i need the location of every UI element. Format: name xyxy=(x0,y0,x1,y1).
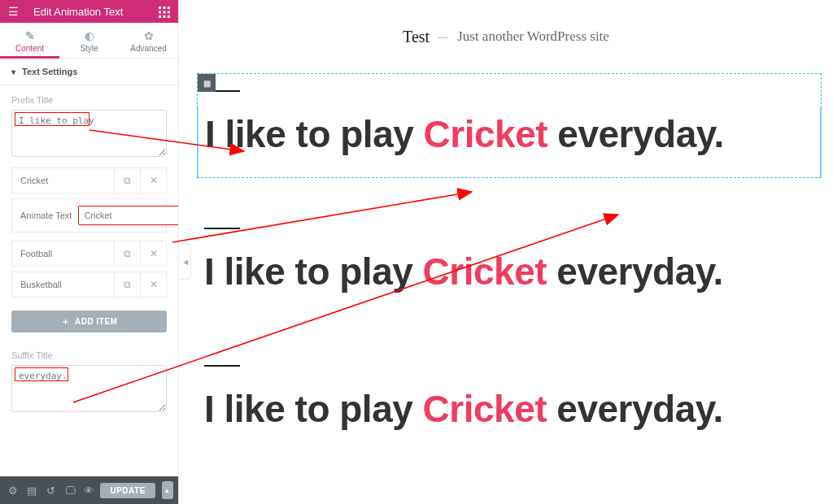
repeater-item-label: Busketball xyxy=(12,280,114,289)
add-item-button[interactable]: ＋ ADD ITEM xyxy=(11,311,167,332)
animate-text-repeater: Cricket ⧉ ✕ Animate Text Football ⧉ ✕ Bu… xyxy=(0,161,178,332)
close-icon[interactable]: ✕ xyxy=(140,272,166,298)
suffix-text: everyday. xyxy=(547,250,723,293)
preview-icon[interactable]: 👁 xyxy=(81,484,97,497)
tab-content-label: Content xyxy=(15,44,44,53)
update-button[interactable]: UPDATE xyxy=(100,483,155,498)
section-title: Text Settings xyxy=(22,67,77,76)
separator: — xyxy=(438,31,449,43)
repeater-item-open: Animate Text xyxy=(11,198,167,232)
panel-header: ☰ Edit Animation Text xyxy=(0,0,178,23)
prefix-label: Prefix Title xyxy=(11,95,167,105)
animation-text-widget[interactable]: I like to play Cricket everyday. xyxy=(198,245,821,315)
repeater-item-label: Cricket xyxy=(12,176,114,185)
section-1[interactable]: ▦ I like to play Cricket everyday. xyxy=(197,73,822,178)
panel-body: ▾ Text Settings Prefix Title I like to p… xyxy=(0,59,178,504)
duplicate-icon[interactable]: ⧉ xyxy=(114,241,140,267)
animate-text-label: Animate Text xyxy=(20,211,72,220)
suffix-text: everyday. xyxy=(547,113,724,155)
navigator-icon[interactable]: ▤ xyxy=(24,484,39,497)
repeater-item-cricket[interactable]: Cricket ⧉ ✕ xyxy=(11,167,167,193)
site-tagline: Just another WordPress site xyxy=(457,28,609,45)
divider xyxy=(204,365,240,367)
panel-title: Edit Animation Text xyxy=(33,6,123,18)
svg-rect-3 xyxy=(159,11,161,14)
svg-rect-7 xyxy=(163,15,165,18)
suffix-text: everyday. xyxy=(547,388,723,430)
suffix-label: Suffix Title xyxy=(11,350,167,360)
preview-pane: Test — Just another WordPress site ▦ I l… xyxy=(179,0,833,504)
animated-word: Cricket xyxy=(424,113,547,155)
animated-word: Cricket xyxy=(423,388,547,430)
menu-icon[interactable]: ☰ xyxy=(8,5,19,18)
tab-style-label: Style xyxy=(80,44,98,53)
prefix-text: I like to play xyxy=(204,250,423,293)
svg-rect-1 xyxy=(163,7,165,9)
svg-rect-4 xyxy=(163,11,165,14)
prefix-text: I like to play xyxy=(204,388,423,430)
suffix-textarea[interactable]: everyday. xyxy=(11,365,167,412)
section-3[interactable]: I like to play Cricket everyday. xyxy=(197,348,822,453)
repeater-item-busketball[interactable]: Busketball ⧉ ✕ xyxy=(11,272,167,298)
repeater-item-football[interactable]: Football ⧉ ✕ xyxy=(11,241,167,267)
svg-rect-8 xyxy=(168,15,170,18)
prefix-text: I like to play xyxy=(205,113,424,155)
panel-tabs: ✎ Content ◐ Style ✿ Advanced xyxy=(0,23,178,59)
divider xyxy=(204,228,240,229)
caret-down-icon: ▾ xyxy=(11,67,15,76)
settings-icon[interactable]: ⚙ xyxy=(5,484,20,497)
field-suffix-title: Suffix Title everyday. xyxy=(0,341,178,416)
widgets-icon[interactable] xyxy=(159,5,170,18)
close-icon[interactable]: ✕ xyxy=(140,167,166,193)
tab-content[interactable]: ✎ Content xyxy=(0,23,59,58)
gear-icon: ✿ xyxy=(119,29,178,42)
update-options-button[interactable]: ▴ xyxy=(162,481,173,499)
svg-rect-0 xyxy=(159,7,161,9)
svg-rect-5 xyxy=(168,11,170,14)
tab-advanced[interactable]: ✿ Advanced xyxy=(119,23,178,58)
site-title: Test xyxy=(403,28,430,46)
duplicate-icon[interactable]: ⧉ xyxy=(114,167,140,193)
section-handle-icon[interactable]: ▦ xyxy=(198,74,216,92)
site-header: Test — Just another WordPress site xyxy=(179,0,833,73)
plus-icon: ＋ xyxy=(61,315,71,328)
section-2[interactable]: I like to play Cricket everyday. xyxy=(197,211,822,315)
add-item-label: ADD ITEM xyxy=(75,317,117,326)
animate-text-input[interactable] xyxy=(78,206,178,225)
responsive-icon[interactable]: 🖵 xyxy=(62,484,77,497)
editor-sidebar: ☰ Edit Animation Text ✎ Content ◐ Style … xyxy=(0,0,179,504)
section-text-settings[interactable]: ▾ Text Settings xyxy=(0,59,178,85)
tab-advanced-label: Advanced xyxy=(130,44,166,53)
field-prefix-title: Prefix Title I like to play xyxy=(0,85,178,161)
editor-canvas: ▦ I like to play Cricket everyday. I lik… xyxy=(179,73,833,453)
duplicate-icon[interactable]: ⧉ xyxy=(114,272,140,298)
animation-text-widget[interactable]: I like to play Cricket everyday. xyxy=(197,108,822,177)
tab-style[interactable]: ◐ Style xyxy=(59,23,119,58)
pencil-icon: ✎ xyxy=(0,29,59,42)
style-icon: ◐ xyxy=(59,29,119,42)
collapse-sidebar-button[interactable]: ◀ xyxy=(180,244,191,280)
svg-rect-2 xyxy=(168,7,170,9)
prefix-textarea[interactable]: I like to play xyxy=(11,110,167,157)
close-icon[interactable]: ✕ xyxy=(140,241,166,267)
history-icon[interactable]: ↺ xyxy=(43,484,59,497)
svg-rect-6 xyxy=(159,15,161,18)
animation-text-widget[interactable]: I like to play Cricket everyday. xyxy=(198,383,821,452)
animated-word: Cricket xyxy=(423,250,547,293)
panel-footer: ⚙ ▤ ↺ 🖵 👁 UPDATE ▴ xyxy=(0,476,178,504)
repeater-item-label: Football xyxy=(12,249,114,259)
